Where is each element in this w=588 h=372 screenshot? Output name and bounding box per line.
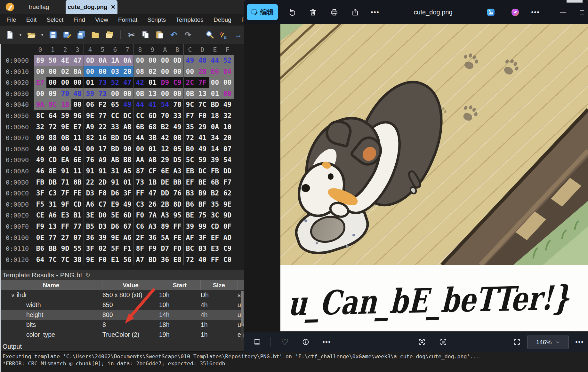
hex-row[interactable]: 0:003000097048597300000B1300000B130100 bbox=[0, 88, 244, 99]
hex-byte[interactable]: 10 bbox=[221, 122, 234, 133]
hex-byte[interactable]: A3 bbox=[146, 221, 159, 232]
template-scrollbar[interactable] bbox=[241, 291, 244, 339]
column-header-name[interactable]: Name bbox=[0, 280, 102, 290]
hex-byte[interactable]: 02 bbox=[146, 66, 159, 77]
hex-byte[interactable]: F9 bbox=[146, 243, 159, 254]
hex-byte[interactable]: FB bbox=[209, 166, 221, 177]
hex-byte[interactable]: 07 bbox=[221, 144, 234, 155]
tab-cute-dog-png[interactable]: cute_dog.png ✕ bbox=[66, 0, 117, 14]
hex-byte[interactable]: 9F bbox=[59, 199, 71, 210]
find-replace-button[interactable]: AB bbox=[219, 30, 229, 40]
hex-byte[interactable]: 3E bbox=[84, 210, 96, 221]
hex-byte[interactable]: 75 bbox=[196, 210, 209, 221]
hex-byte[interactable]: BB bbox=[171, 177, 184, 188]
hex-byte[interactable]: DE bbox=[159, 177, 171, 188]
hex-byte[interactable]: A6 bbox=[121, 232, 134, 243]
menu-debug[interactable]: Debug bbox=[213, 16, 231, 23]
hex-byte[interactable]: C9 bbox=[221, 243, 234, 254]
hex-byte[interactable]: 09 bbox=[34, 132, 46, 144]
hex-byte[interactable]: 00 bbox=[221, 88, 234, 99]
hex-byte[interactable]: 47 bbox=[121, 77, 134, 88]
hex-byte[interactable]: 7F bbox=[59, 188, 71, 199]
hex-byte[interactable]: 0B bbox=[134, 88, 146, 99]
hex-byte[interactable]: B5 bbox=[84, 221, 96, 232]
template-results-columns[interactable]: NameValueStartSize bbox=[0, 280, 244, 290]
hex-byte[interactable]: 72 bbox=[184, 132, 196, 144]
hex-byte[interactable]: D5 bbox=[171, 154, 184, 166]
hex-byte[interactable]: 8A bbox=[71, 66, 84, 77]
hex-byte[interactable]: 8B bbox=[71, 177, 84, 188]
new-file-dropdown-icon[interactable]: ▾ bbox=[19, 33, 22, 37]
see-more-button[interactable]: ••• bbox=[369, 6, 382, 19]
hex-byte[interactable]: 22 bbox=[96, 122, 109, 133]
hex-byte[interactable]: 35 bbox=[209, 199, 221, 210]
favorite-button[interactable]: ♡ bbox=[278, 336, 291, 348]
hex-byte[interactable]: 4E bbox=[59, 55, 71, 66]
hex-byte[interactable]: 00 bbox=[121, 88, 134, 99]
hex-rows[interactable]: 0:000089504E470D0A1A0A0000000D494844520:… bbox=[0, 55, 244, 265]
hex-byte[interactable]: BC bbox=[184, 243, 196, 254]
hex-byte[interactable]: B2 bbox=[159, 122, 171, 133]
hex-byte[interactable]: AA bbox=[134, 154, 146, 166]
hex-byte[interactable]: 40 bbox=[34, 144, 46, 155]
edit-button[interactable]: 编辑 bbox=[247, 4, 278, 20]
hex-row[interactable]: 0:00A0468E9111919131A587CF6EA3EBDCFBDD bbox=[0, 166, 244, 177]
hex-byte[interactable]: D6 bbox=[109, 188, 121, 199]
hex-byte[interactable]: 99 bbox=[196, 221, 209, 232]
hex-byte[interactable]: 18 bbox=[59, 99, 71, 110]
hex-byte[interactable]: CC bbox=[134, 110, 146, 122]
hex-byte[interactable]: 20 bbox=[221, 132, 234, 144]
hex-byte[interactable]: 03 bbox=[109, 66, 121, 77]
save-all-button[interactable] bbox=[76, 30, 86, 40]
hex-byte[interactable]: FB bbox=[34, 177, 46, 188]
hex-byte[interactable]: 46 bbox=[34, 166, 46, 177]
hex-byte[interactable]: 00 bbox=[171, 88, 184, 99]
hex-byte[interactable]: 71 bbox=[59, 177, 71, 188]
close-file-button[interactable] bbox=[90, 30, 101, 40]
visual-search-button[interactable] bbox=[415, 336, 428, 348]
hex-byte[interactable]: 00 bbox=[84, 144, 96, 155]
hex-byte[interactable]: 52 bbox=[221, 55, 234, 66]
hex-byte[interactable]: 00 bbox=[34, 88, 46, 99]
hex-byte[interactable]: 2D bbox=[96, 177, 109, 188]
hex-byte[interactable]: 00 bbox=[109, 88, 121, 99]
hex-byte[interactable]: 12 bbox=[159, 144, 171, 155]
hex-byte[interactable]: 0B bbox=[59, 132, 71, 144]
menu-edit[interactable]: Edit bbox=[26, 16, 37, 23]
hex-byte[interactable]: 11 bbox=[71, 132, 84, 144]
hex-byte[interactable]: 00 bbox=[34, 66, 46, 77]
hex-byte[interactable]: 49 bbox=[121, 99, 134, 110]
hex-byte[interactable]: C6 bbox=[134, 221, 146, 232]
open-file-button[interactable] bbox=[26, 30, 36, 40]
template-results-rows[interactable]: ∨ihdr650 x 800 (x8)10hDhstrwidth65010h4h… bbox=[0, 290, 244, 340]
hex-byte[interactable]: 78 bbox=[171, 99, 184, 110]
hex-byte[interactable]: BD bbox=[146, 254, 159, 265]
template-row-width[interactable]: width65010h4huin bbox=[0, 300, 244, 310]
hex-byte[interactable]: 00 bbox=[59, 77, 71, 88]
hex-byte[interactable]: E9 bbox=[109, 199, 121, 210]
hex-byte[interactable]: 08 bbox=[134, 66, 146, 77]
hex-byte[interactable]: BB bbox=[121, 154, 134, 166]
hex-byte[interactable]: FF bbox=[209, 254, 221, 265]
hex-byte[interactable]: DC bbox=[121, 110, 134, 122]
hex-byte[interactable]: 6B bbox=[209, 177, 221, 188]
hex-byte[interactable]: 00 bbox=[159, 66, 171, 77]
hex-byte[interactable]: 18 bbox=[209, 110, 221, 122]
hex-byte[interactable]: 89 bbox=[34, 55, 46, 66]
hex-byte[interactable]: A9 bbox=[84, 122, 96, 133]
hex-byte[interactable]: 9A bbox=[34, 99, 46, 110]
hex-byte[interactable]: 8F bbox=[134, 243, 146, 254]
hex-byte[interactable]: 76 bbox=[171, 188, 184, 199]
hex-row[interactable]: 0:007009880B118216BDD54A3B420B72413420 bbox=[0, 132, 244, 144]
hex-byte[interactable]: 9D bbox=[221, 210, 234, 221]
hex-byte[interactable]: 87 bbox=[134, 166, 146, 177]
hex-byte[interactable]: F5 bbox=[34, 199, 46, 210]
hex-byte[interactable]: 00 bbox=[209, 77, 221, 88]
hex-row[interactable]: 0:009049CDEA6E76A9ABBBAAAB29D55C593954 bbox=[0, 154, 244, 166]
hex-byte[interactable]: 22 bbox=[84, 177, 96, 188]
hex-byte[interactable]: 6D bbox=[146, 110, 159, 122]
hex-byte[interactable]: 9E bbox=[84, 254, 96, 265]
hex-byte[interactable]: 3F bbox=[196, 232, 209, 243]
hex-byte[interactable]: F7 bbox=[221, 177, 234, 188]
hex-byte[interactable]: 0D bbox=[171, 55, 184, 66]
